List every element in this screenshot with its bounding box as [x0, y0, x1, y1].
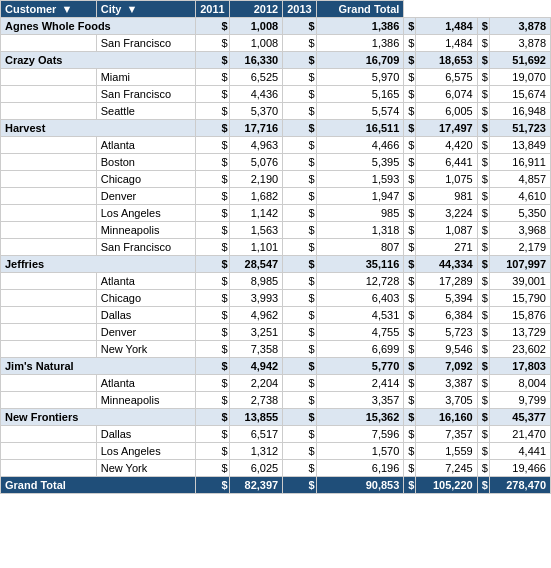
city-name: Dallas — [96, 307, 195, 324]
amount-2011: 82,397 — [229, 477, 283, 494]
amount-total: 23,602 — [489, 341, 550, 358]
amount-total: 9,799 — [489, 392, 550, 409]
amount-2012: 4,755 — [316, 324, 404, 341]
customer-row: Crazy Oats $ 16,330 $ 16,709 $ 18,653 $ … — [1, 52, 551, 69]
city-row: Denver $ 1,682 $ 1,947 $ 981 $ 4,610 — [1, 188, 551, 205]
amount-2011: 1,312 — [229, 443, 283, 460]
city-empty — [1, 290, 97, 307]
amount-2011: 1,682 — [229, 188, 283, 205]
dollar-sign: $ — [196, 103, 229, 120]
dollar-sign: $ — [404, 324, 416, 341]
filter-icon-city[interactable]: ▼ — [127, 3, 138, 15]
amount-2013: 7,357 — [416, 426, 477, 443]
dollar-sign: $ — [404, 460, 416, 477]
dollar-sign: $ — [283, 273, 316, 290]
dollar-sign: $ — [283, 222, 316, 239]
city-empty — [1, 239, 97, 256]
amount-2012: 5,574 — [316, 103, 404, 120]
amount-2011: 28,547 — [229, 256, 283, 273]
amount-2011: 4,963 — [229, 137, 283, 154]
amount-2011: 6,517 — [229, 426, 283, 443]
customer-name: Jeffries — [1, 256, 196, 273]
dollar-sign: $ — [283, 18, 316, 35]
dollar-sign: $ — [196, 256, 229, 273]
customer-row: Jim's Natural $ 4,942 $ 5,770 $ 7,092 $ … — [1, 358, 551, 375]
dollar-sign: $ — [404, 358, 416, 375]
amount-total: 15,674 — [489, 86, 550, 103]
city-row: New York $ 6,025 $ 6,196 $ 7,245 $ 19,46… — [1, 460, 551, 477]
dollar-sign: $ — [477, 341, 489, 358]
amount-total: 3,878 — [489, 35, 550, 52]
city-row: Minneapolis $ 1,563 $ 1,318 $ 1,087 $ 3,… — [1, 222, 551, 239]
amount-2012: 1,386 — [316, 18, 404, 35]
dollar-sign: $ — [477, 307, 489, 324]
amount-2012: 1,593 — [316, 171, 404, 188]
dollar-sign: $ — [283, 341, 316, 358]
customer-name: Agnes Whole Foods — [1, 18, 196, 35]
amount-2012: 1,318 — [316, 222, 404, 239]
city-row: Denver $ 3,251 $ 4,755 $ 5,723 $ 13,729 — [1, 324, 551, 341]
dollar-sign: $ — [404, 273, 416, 290]
dollar-sign: $ — [404, 477, 416, 494]
city-name: Minneapolis — [96, 222, 195, 239]
city-empty — [1, 341, 97, 358]
dollar-sign: $ — [196, 171, 229, 188]
amount-total: 4,857 — [489, 171, 550, 188]
dollar-sign: $ — [404, 137, 416, 154]
amount-2013: 3,224 — [416, 205, 477, 222]
city-row: Seattle $ 5,370 $ 5,574 $ 6,005 $ 16,948 — [1, 103, 551, 120]
city-row: Dallas $ 6,517 $ 7,596 $ 7,357 $ 21,470 — [1, 426, 551, 443]
city-empty — [1, 86, 97, 103]
amount-2013: 6,441 — [416, 154, 477, 171]
dollar-sign: $ — [196, 69, 229, 86]
dollar-sign: $ — [283, 426, 316, 443]
city-name: New York — [96, 341, 195, 358]
dollar-sign: $ — [196, 239, 229, 256]
city-row: Los Angeles $ 1,142 $ 985 $ 3,224 $ 5,35… — [1, 205, 551, 222]
amount-2011: 7,358 — [229, 341, 283, 358]
amount-2012: 807 — [316, 239, 404, 256]
amount-2011: 2,204 — [229, 375, 283, 392]
amount-2013: 105,220 — [416, 477, 477, 494]
header-customer[interactable]: Customer ▼ — [1, 1, 97, 18]
dollar-sign: $ — [196, 205, 229, 222]
dollar-sign: $ — [196, 120, 229, 137]
city-row: New York $ 7,358 $ 6,699 $ 9,546 $ 23,60… — [1, 341, 551, 358]
dollar-sign: $ — [196, 460, 229, 477]
amount-2013: 9,546 — [416, 341, 477, 358]
amount-2012: 985 — [316, 205, 404, 222]
dollar-sign: $ — [404, 69, 416, 86]
amount-2012: 7,596 — [316, 426, 404, 443]
header-city[interactable]: City ▼ — [96, 1, 195, 18]
dollar-sign: $ — [196, 409, 229, 426]
amount-2011: 16,330 — [229, 52, 283, 69]
amount-2011: 13,855 — [229, 409, 283, 426]
dollar-sign: $ — [283, 120, 316, 137]
amount-2012: 4,531 — [316, 307, 404, 324]
amount-2012: 3,357 — [316, 392, 404, 409]
dollar-sign: $ — [196, 341, 229, 358]
amount-total: 4,441 — [489, 443, 550, 460]
city-name: Los Angeles — [96, 205, 195, 222]
city-name: Atlanta — [96, 375, 195, 392]
amount-2012: 12,728 — [316, 273, 404, 290]
dollar-sign: $ — [404, 392, 416, 409]
amount-total: 21,470 — [489, 426, 550, 443]
amount-total: 5,350 — [489, 205, 550, 222]
dollar-sign: $ — [196, 426, 229, 443]
customer-name: Crazy Oats — [1, 52, 196, 69]
dollar-sign: $ — [283, 205, 316, 222]
header-grand-total: Grand Total — [316, 1, 404, 18]
dollar-sign: $ — [404, 188, 416, 205]
dollar-sign: $ — [196, 222, 229, 239]
amount-2011: 6,025 — [229, 460, 283, 477]
grand-total-label: Grand Total — [1, 477, 196, 494]
dollar-sign: $ — [404, 341, 416, 358]
city-empty — [1, 103, 97, 120]
city-name: San Francisco — [96, 86, 195, 103]
city-empty — [1, 35, 97, 52]
filter-icon[interactable]: ▼ — [61, 3, 72, 15]
dollar-sign: $ — [477, 290, 489, 307]
dollar-sign: $ — [283, 460, 316, 477]
dollar-sign: $ — [196, 290, 229, 307]
